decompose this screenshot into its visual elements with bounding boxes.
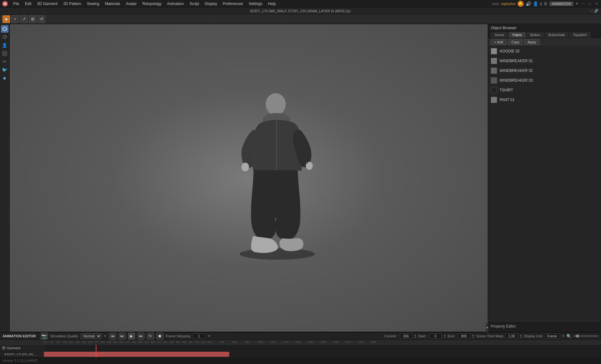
menu-script[interactable]: Script xyxy=(187,1,202,7)
tool-add[interactable]: + xyxy=(11,15,19,23)
win-maximize[interactable]: □ xyxy=(587,1,592,6)
current-frame-arrows[interactable]: ▲▼ xyxy=(414,334,416,338)
timeline-zoom-slider[interactable] xyxy=(573,335,598,337)
start-frame-value[interactable]: 0 xyxy=(429,334,442,339)
main-layout: 👤 ⬛ ✏ 🐦 ◆ xyxy=(0,24,601,332)
fabric-item-windbreaker01[interactable]: WINDBREAKER 01 xyxy=(488,56,601,66)
status-bar: Version: 5.1.311 (r44067) xyxy=(0,357,601,364)
tool-transform[interactable]: ↗ xyxy=(20,15,28,23)
tool-grid[interactable]: ⊞ xyxy=(29,15,36,23)
sidebar-icon-bird[interactable]: 🐦 xyxy=(1,66,8,73)
menu-materials[interactable]: Materials xyxy=(102,1,123,7)
copy-fabric-button[interactable]: Copy xyxy=(508,39,523,45)
tab-fabric[interactable]: Fabric xyxy=(509,32,526,38)
tab-scene[interactable]: Scene xyxy=(491,32,508,38)
track-clip-body[interactable] xyxy=(44,352,229,357)
3d-viewport[interactable] xyxy=(9,24,488,332)
svg-marker-2 xyxy=(3,27,7,31)
sidebar-icon-rotate[interactable] xyxy=(1,33,8,41)
anim-header: ANIMATION EDITOR 📷 Simulation Quality No… xyxy=(0,333,601,340)
track-label-body[interactable]: ● BODY_176 (MS_MD_WALK_STOP xyxy=(0,351,44,357)
menu-help[interactable]: Help xyxy=(265,1,278,7)
animation-editor: ANIMATION EDITOR 📷 Simulation Quality No… xyxy=(0,332,601,357)
sim-quality-dropdown-icon[interactable]: ▼ xyxy=(104,334,107,338)
record-button[interactable]: 📷 xyxy=(41,333,48,340)
sim-quality-select[interactable]: Normal Low High xyxy=(81,333,101,339)
notification-icon[interactable]: 🔔 xyxy=(517,1,524,7)
next-frame-button[interactable]: ⏭ xyxy=(138,333,144,340)
win-minimize[interactable]: ─ xyxy=(580,1,585,6)
display-unit-dropdown[interactable]: ▼ xyxy=(562,334,565,338)
menu-preferences[interactable]: Preferences xyxy=(220,1,246,7)
menu-avatar[interactable]: Avatar xyxy=(123,1,139,7)
end-frame-value[interactable]: 805 xyxy=(458,334,470,339)
playhead[interactable] xyxy=(96,345,96,357)
add-fabric-button[interactable]: + Add xyxy=(491,39,506,45)
fabric-item-windbreaker03[interactable]: WINDBREAKER 03 xyxy=(488,76,601,85)
sidebar-icon-avatar[interactable]: 👤 xyxy=(1,41,8,49)
sidebar-icon-3d[interactable] xyxy=(1,25,8,33)
menu-file[interactable]: File xyxy=(11,1,22,7)
user-avatar-icon[interactable]: 👤 xyxy=(533,1,538,6)
apply-fabric-button[interactable]: Apply xyxy=(524,39,540,45)
play-button[interactable]: ▶ xyxy=(128,333,135,340)
ob-tabs: Scene Fabric Button Buttonhole Topstitch xyxy=(491,32,598,38)
frame-stepping-dropdown[interactable]: ▼ xyxy=(208,334,211,338)
scene-time-warp-value[interactable]: 1,00 xyxy=(505,334,518,339)
sidebar-icon-brush[interactable]: ✏ xyxy=(1,58,8,65)
end-frame-label: End : xyxy=(448,334,456,338)
menu-edit[interactable]: Edit xyxy=(22,1,34,7)
settings-icon[interactable]: ⚙ xyxy=(544,1,548,6)
menu-sewing[interactable]: Sewing xyxy=(84,1,102,7)
right-panel-spacer xyxy=(488,185,601,323)
link-icon[interactable]: 🔗 xyxy=(594,9,598,13)
tab-topstitch[interactable]: Topstitch xyxy=(569,32,590,38)
timeline-ruler[interactable]: 30 60 90 120 150 180 210 240 270 300 330… xyxy=(44,340,601,345)
win-close[interactable]: ✕ xyxy=(594,1,599,6)
menu-settings[interactable]: Settings xyxy=(246,1,265,7)
sim-quality-label: Simulation Quality xyxy=(50,334,78,338)
end-frame-arrows[interactable]: ▲▼ xyxy=(472,334,474,338)
track-expand-garment[interactable]: ▼ xyxy=(2,346,6,350)
sidebar-icon-fabric[interactable]: ⬛ xyxy=(1,50,8,57)
tool-select[interactable]: ◆ xyxy=(3,15,10,23)
display-unit-value[interactable]: Frame xyxy=(544,334,560,339)
ob-actions: + Add Copy Apply xyxy=(488,38,601,46)
rewind-button[interactable]: ⏮ xyxy=(109,333,116,340)
menu-retopology[interactable]: Retopology xyxy=(140,1,164,7)
start-frame-arrows[interactable]: ▲▼ xyxy=(444,334,446,338)
pe-collapse-btn[interactable]: ◀ xyxy=(486,323,488,332)
object-browser-title: Object Browser xyxy=(491,25,598,31)
current-frame-value[interactable]: 266 xyxy=(400,334,412,339)
tracks-container[interactable] xyxy=(44,345,601,357)
tab-buttonhole[interactable]: Buttonhole xyxy=(545,32,569,38)
stop-button[interactable]: ⏹ xyxy=(156,333,163,340)
menu-animation[interactable]: Animation xyxy=(165,1,186,7)
fabric-item-pant01[interactable]: PANT 01 xyxy=(488,95,601,105)
fabric-item-tshirt[interactable]: TSHIRT xyxy=(488,85,601,95)
fabric-item-hoodie02[interactable]: HOODIE 02 xyxy=(488,46,601,56)
scene-time-warp-arrows[interactable]: ▲▼ xyxy=(520,334,522,338)
loop-button[interactable]: ↻ xyxy=(147,333,154,340)
track-row-garment[interactable] xyxy=(44,345,601,351)
fabric-item-windbreaker02[interactable]: WINDBREAKER 02 xyxy=(488,66,601,76)
menu-3d-garment[interactable]: 3D Garment xyxy=(35,1,60,7)
anim-controls-right: Current : 266 ▲▼ Start : 0 ▲▼ End : 805 … xyxy=(384,334,598,339)
menu-display[interactable]: Display xyxy=(202,1,219,7)
fabric-name-windbreaker03: WINDBREAKER 03 xyxy=(500,78,533,83)
help-label: Help xyxy=(492,2,499,6)
ruler-and-tracks[interactable]: 30 60 90 120 150 180 210 240 270 300 330… xyxy=(44,340,601,357)
info-icon[interactable]: ℹ xyxy=(540,1,542,6)
volume-icon[interactable]: 🔊 xyxy=(526,1,531,6)
expand-icon[interactable]: ⤢ xyxy=(590,9,593,13)
track-label-garment[interactable]: ▼ Garment xyxy=(0,345,44,351)
prev-frame-button[interactable]: ⏭ xyxy=(119,333,126,340)
timeline-zoom-in-icon[interactable]: 🔍 xyxy=(566,334,571,339)
sidebar-icon-gem[interactable]: ◆ xyxy=(1,74,8,82)
fabric-name-windbreaker01: WINDBREAKER 01 xyxy=(500,59,533,63)
tool-rotate[interactable]: ↺ xyxy=(38,15,45,23)
menu-2d-pattern[interactable]: 2D Pattern xyxy=(61,1,84,7)
track-row-body[interactable] xyxy=(44,351,601,357)
tab-button[interactable]: Button xyxy=(527,32,544,38)
mode-dropdown-icon[interactable]: ▼ xyxy=(575,2,578,5)
